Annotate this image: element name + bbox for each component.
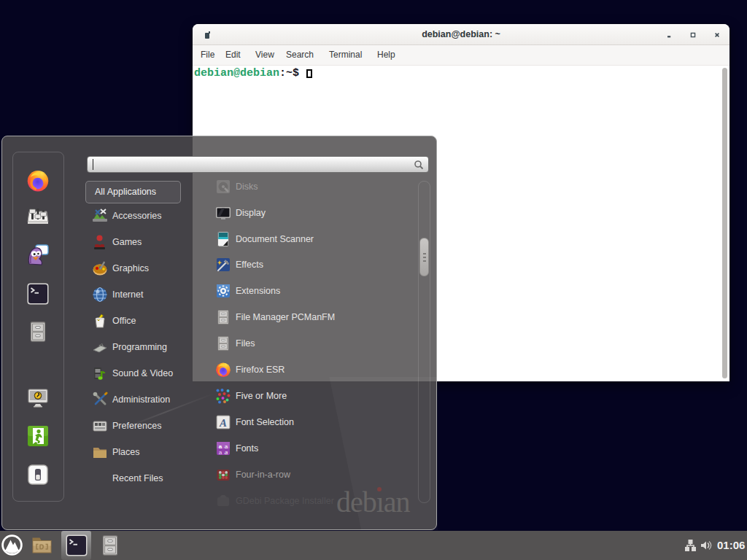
- svg-text:A: A: [219, 417, 227, 429]
- svg-text:a: a: [225, 449, 228, 456]
- svg-text:a: a: [219, 449, 222, 456]
